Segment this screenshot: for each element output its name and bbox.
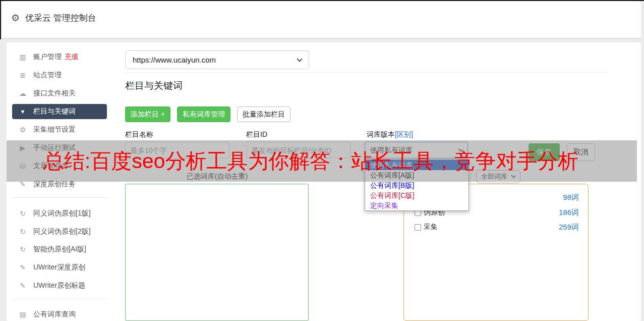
refresh-icon: ↻ (18, 245, 27, 253)
page-title: 栏目与关键词 (125, 79, 183, 92)
screenshot-top-border (0, 0, 644, 1)
sidebar-item-label: 站点管理 (33, 71, 62, 80)
site-url-select[interactable]: https://www.ucaiyun.com (125, 50, 309, 69)
cloud-upload-icon: ☁ (18, 89, 27, 97)
screenshot-left-border (0, 0, 1, 39)
refresh-icon: ↻ (18, 209, 27, 218)
sidebar-item-label: 同义词伪原创[1版] (33, 209, 91, 218)
sidebar-item-13[interactable]: ✎UWriter原创标题 (12, 278, 107, 293)
private-lexicon-button[interactable]: 私有词库管理 (177, 106, 230, 122)
sidebar-item-label: 采集细节设置 (33, 125, 76, 134)
banner-overlay: 总结:百度seo分析工具为你解答：站长工具，竞争对手分析 (7, 140, 637, 182)
sidebar-item-label: UWriter深度原创 (33, 263, 85, 272)
recharge-badge[interactable]: 充值 (65, 52, 79, 62)
gears-icon: ⚙ (18, 126, 27, 134)
sidebar-item-4[interactable]: ⚙采集细节设置 (12, 122, 107, 137)
sidebar-item-12[interactable]: ✎UWriter深度原创 (12, 260, 107, 275)
sidebar-item-label: 栏目与关键词 (33, 107, 76, 116)
filter-icon: ▼ (18, 109, 27, 115)
pencil-icon: ✎ (18, 282, 27, 290)
lexicon-version-label: 词库版本[区别] (367, 130, 413, 139)
add-column-button[interactable]: 添加栏目 + (125, 106, 170, 122)
lexicon-option-2[interactable]: 公有词库[B版] (365, 180, 469, 190)
sidebar-item-10[interactable]: ↻同义词伪原创[2版] (12, 224, 107, 239)
lexicon-word-count: 186词 (559, 208, 579, 218)
bar-chart-icon: ▥ (18, 53, 27, 61)
app-header: ⚙ 优采云 管理控制台 (2, 1, 641, 39)
chevron-down-icon (297, 56, 302, 62)
sidebar-item-label: 公有词库查询 (33, 310, 76, 319)
lexicon-option-3[interactable]: 公有词库[C版] (365, 190, 469, 200)
sidebar-item-label: 同义词伪原创[2版] (33, 227, 91, 236)
column-name-label: 栏目名称 (125, 130, 153, 139)
selected-lexicon-box (125, 184, 309, 321)
sidebar-item-15[interactable]: ▤公有词库查询 (12, 307, 107, 321)
sidebar-item-11[interactable]: ↻智能伪原创[AI版] (12, 242, 107, 257)
book-icon: ▤ (18, 310, 27, 318)
sidebar-divider (12, 299, 107, 299)
section-divider (125, 72, 608, 73)
sidebar-item-label: 智能伪原创[AI版] (33, 245, 86, 254)
app-title: 优采云 管理控制台 (25, 12, 96, 24)
banner-text: 总结:百度seo分析工具为你解答：站长工具，竞争对手分析 (7, 147, 579, 175)
gear-icon: ⚙ (11, 12, 20, 24)
sidebar-item-1[interactable]: ≣站点管理 (12, 68, 107, 83)
sidebar-item-label: 接口文件相关 (33, 89, 76, 98)
checkbox[interactable] (415, 224, 421, 231)
pencil-icon: ✎ (18, 263, 27, 272)
lexicon-option-4[interactable]: 定向采集 (365, 200, 469, 210)
refresh-icon: ↻ (18, 228, 27, 236)
sidebar-item-2[interactable]: ☁接口文件相关 (12, 86, 107, 101)
sidebar-item-label: UWriter原创标题 (33, 281, 85, 290)
lexicon-row-2: 采集259词 (415, 222, 579, 233)
lexicon-version-diff-link[interactable]: [区别] (395, 130, 413, 138)
site-url-value: https://www.ucaiyun.com (133, 56, 216, 64)
lexicon-word-count: 259词 (559, 223, 579, 232)
sidebar-divider (12, 197, 107, 198)
batch-add-button[interactable]: 批量添加栏目 (237, 106, 290, 122)
sidebar-item-9[interactable]: ↻同义词伪原创[1版] (12, 206, 107, 221)
lexicon-row-label: 采集 (424, 223, 438, 232)
sidebar-item-0[interactable]: ▥账户管理充值 (12, 49, 107, 65)
sidebar-item-3[interactable]: ▼栏目与关键词 (12, 104, 107, 119)
sidebar-item-label: 账户管理 (33, 52, 62, 62)
server-icon: ≣ (18, 71, 27, 79)
column-id-label: 栏目ID (246, 130, 267, 139)
lexicon-word-count: 98词 (563, 193, 579, 202)
